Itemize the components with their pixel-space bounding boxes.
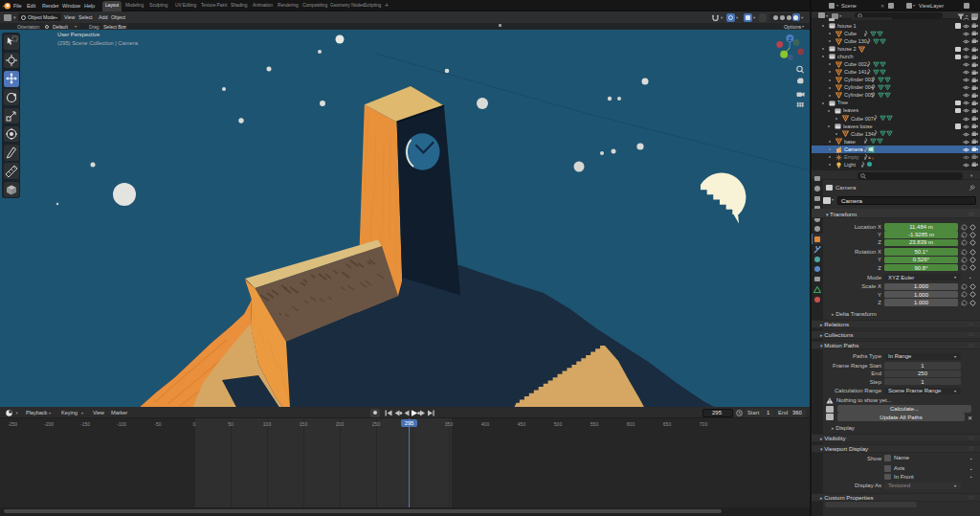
svg-text:Z: Z [789,36,792,42]
